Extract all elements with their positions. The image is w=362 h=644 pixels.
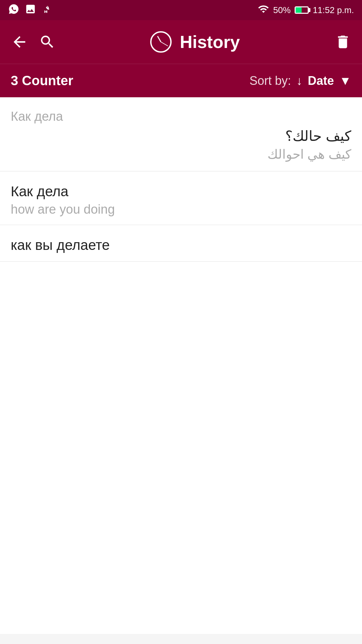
whatsapp-icon bbox=[8, 3, 19, 17]
status-right: 50% 11:52 p.m. bbox=[258, 3, 354, 17]
status-bar: 50% 11:52 p.m. bbox=[0, 0, 362, 20]
sort-dropdown-icon[interactable]: ▼ bbox=[339, 74, 351, 88]
sort-value: Date bbox=[308, 74, 334, 88]
sort-section[interactable]: Sort by: ↓ Date ▼ bbox=[249, 74, 351, 88]
history-list: Как дела كيف حالك؟ كيف هي احوالك Как дел… bbox=[0, 97, 362, 634]
search-button[interactable] bbox=[39, 34, 56, 50]
header-title-group: History bbox=[66, 31, 324, 53]
sub-header: 3 Counter Sort by: ↓ Date ▼ bbox=[0, 64, 362, 97]
time-display: 11:52 p.m. bbox=[313, 5, 354, 15]
item2-translation: how are you doing bbox=[11, 202, 351, 217]
item3-source-text: как вы делаете bbox=[11, 237, 351, 253]
item1-arabic-sub: كيف هي احوالك bbox=[11, 147, 351, 162]
page-title: History bbox=[180, 32, 240, 52]
clock-icon bbox=[150, 31, 172, 53]
app-header: History bbox=[0, 20, 362, 64]
status-left-icons bbox=[8, 3, 53, 17]
list-item[interactable]: Как дела كيف حالك؟ كيف هي احوالك bbox=[0, 97, 362, 171]
signal-icon bbox=[258, 3, 269, 17]
image-icon bbox=[25, 3, 36, 17]
counter-label: 3 Counter bbox=[11, 73, 249, 88]
battery-icon bbox=[295, 6, 309, 14]
back-button[interactable] bbox=[11, 33, 28, 51]
delete-button[interactable] bbox=[335, 34, 351, 50]
item1-source-text: Как дела bbox=[11, 109, 351, 124]
sort-by-label: Sort by: bbox=[249, 74, 291, 88]
usb-icon bbox=[42, 3, 53, 17]
battery-percent: 50% bbox=[273, 5, 291, 15]
sort-direction-icon: ↓ bbox=[296, 74, 302, 88]
item2-source-text: Как дела bbox=[11, 183, 351, 200]
list-item[interactable]: как вы делаете bbox=[0, 225, 362, 262]
item1-arabic-main: كيف حالك؟ bbox=[11, 128, 351, 144]
list-item[interactable]: Как дела how are you doing bbox=[0, 171, 362, 225]
